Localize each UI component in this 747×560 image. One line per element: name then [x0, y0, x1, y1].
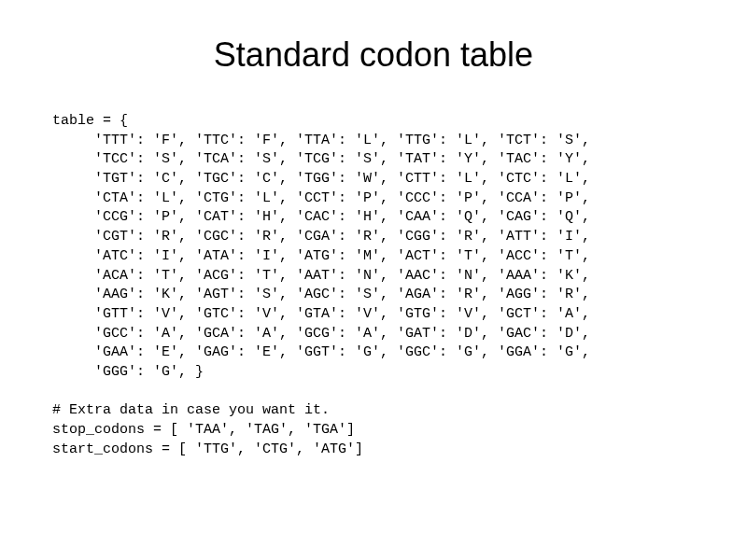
code-line: 'CGT': 'R', 'CGC': 'R', 'CGA': 'R', 'CGG… [52, 229, 590, 245]
code-line: 'AAG': 'K', 'AGT': 'S', 'AGC': 'S', 'AGA… [52, 287, 590, 302]
code-line: 'TCC': 'S', 'TCA': 'S', 'TCG': 'S', 'TAT… [52, 151, 590, 167]
codon-table-code: table = { 'TTT': 'F', 'TTC': 'F', 'TTA':… [52, 112, 747, 459]
code-line: 'CTA': 'L', 'CTG': 'L', 'CCT': 'P', 'CCC… [52, 190, 590, 206]
code-line: stop_codons = [ 'TAA', 'TAG', 'TGA'] [52, 422, 355, 438]
code-line: 'GCC': 'A', 'GCA': 'A', 'GCG': 'A', 'GAT… [52, 326, 590, 342]
code-line: start_codons = [ 'TTG', 'CTG', 'ATG'] [52, 441, 363, 457]
code-line: 'GAA': 'E', 'GAG': 'E', 'GGT': 'G', 'GGC… [52, 344, 590, 360]
code-line: 'GTT': 'V', 'GTC': 'V', 'GTA': 'V', 'GTG… [52, 306, 590, 322]
code-line: table = { [52, 113, 128, 129]
code-line: 'GGG': 'G', } [52, 364, 204, 380]
code-line: 'TGT': 'C', 'TGC': 'C', 'TGG': 'W', 'CTT… [52, 171, 590, 187]
page-title: Standard codon table [0, 35, 747, 75]
code-line: 'CCG': 'P', 'CAT': 'H', 'CAC': 'H', 'CAA… [52, 209, 590, 225]
code-line: 'ACA': 'T', 'ACG': 'T', 'AAT': 'N', 'AAC… [52, 268, 590, 284]
code-comment: # Extra data in case you want it. [52, 402, 330, 418]
code-line: 'ATC': 'I', 'ATA': 'I', 'ATG': 'M', 'ACT… [52, 248, 590, 264]
code-line: 'TTT': 'F', 'TTC': 'F', 'TTA': 'L', 'TTG… [52, 133, 590, 148]
